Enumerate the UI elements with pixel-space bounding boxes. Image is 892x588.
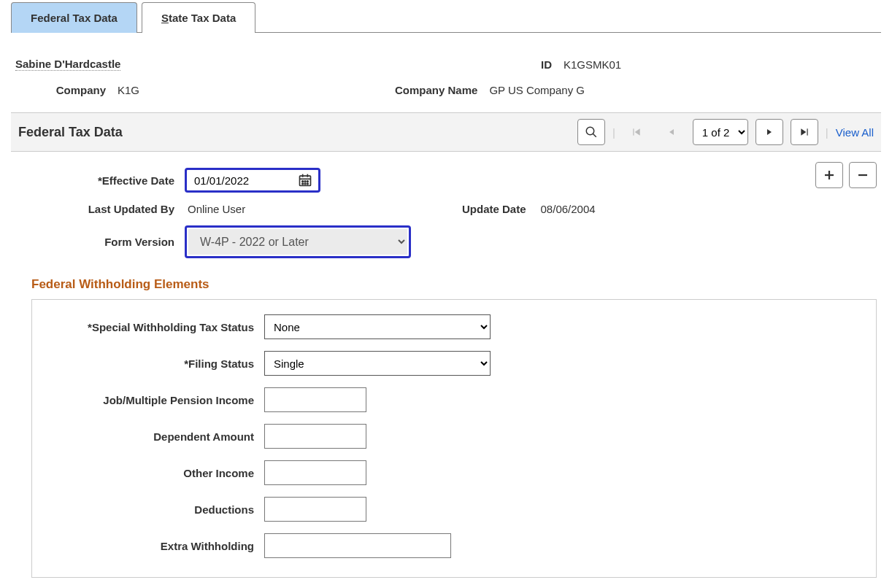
pager-select[interactable]: 1 of 2 [693, 119, 748, 145]
pager-last-button[interactable] [791, 119, 818, 145]
svg-point-0 [586, 127, 594, 135]
pager-prev-button[interactable] [658, 119, 685, 145]
add-row-button[interactable] [815, 162, 843, 188]
filing-status-label: Filing Status [48, 357, 264, 370]
dependent-amount-label: Dependent Amount [48, 430, 264, 443]
last-icon [799, 127, 810, 137]
extra-withholding-input[interactable] [264, 533, 451, 558]
dependent-amount-input[interactable] [264, 424, 366, 449]
filing-status-select[interactable]: Single [264, 351, 491, 376]
deductions-label: Deductions [48, 503, 264, 516]
svg-rect-2 [633, 128, 634, 135]
toolbar-divider: | [612, 126, 615, 139]
svg-point-16 [304, 181, 306, 182]
other-income-label: Other Income [48, 467, 264, 479]
tab-label-rest: tate Tax Data [169, 12, 236, 24]
effective-date-wrapper [185, 168, 320, 193]
toolbar-divider: | [826, 126, 828, 139]
svg-point-20 [307, 183, 309, 185]
prev-icon [667, 127, 676, 137]
tab-label: Federal Tax Data [31, 12, 118, 24]
search-icon [585, 125, 598, 139]
form-version-select[interactable]: W-4P - 2022 or Later [188, 229, 407, 255]
svg-marker-6 [801, 128, 806, 135]
company-name-label: Company Name [395, 84, 477, 96]
pager-first-button[interactable] [623, 119, 650, 145]
id-label: ID [541, 58, 552, 71]
extra-withholding-label: Extra Withholding [48, 540, 264, 552]
first-icon [631, 127, 642, 137]
group-title: Federal Withholding Elements [31, 277, 877, 292]
update-date-value: 08/06/2004 [538, 203, 596, 215]
tab-strip: Federal Tax Data State Tax Data [11, 1, 881, 33]
job-income-input[interactable] [264, 387, 366, 412]
other-income-input[interactable] [264, 460, 366, 485]
update-date-label: Update Date [462, 203, 526, 215]
special-status-select[interactable]: None [264, 314, 491, 339]
pager-next-button[interactable] [755, 119, 783, 145]
form-version-label: Form Version [15, 236, 185, 248]
company-name-value: GP US Company G [489, 84, 585, 96]
next-icon [765, 127, 774, 137]
tab-federal-tax-data[interactable]: Federal Tax Data [11, 2, 137, 33]
effective-date-input[interactable] [193, 174, 288, 187]
svg-line-1 [593, 134, 596, 137]
section-header: Federal Tax Data | 1 of 2 | View All [11, 112, 881, 152]
view-all-link[interactable]: View All [836, 126, 874, 139]
company-label: Company [15, 84, 106, 96]
minus-icon [856, 169, 869, 182]
svg-point-19 [304, 183, 306, 185]
federal-withholding-group: Special Withholding Tax Status None Fili… [31, 299, 877, 578]
svg-rect-7 [807, 128, 807, 135]
id-value: K1GSMK01 [564, 58, 621, 71]
calendar-icon [298, 173, 312, 187]
search-button[interactable] [577, 119, 605, 145]
deductions-input[interactable] [264, 497, 366, 522]
calendar-button[interactable] [298, 173, 312, 187]
svg-point-18 [302, 183, 304, 185]
svg-point-15 [302, 181, 304, 182]
tab-state-tax-data[interactable]: State Tax Data [142, 2, 255, 33]
svg-marker-4 [669, 129, 674, 135]
svg-point-17 [307, 181, 309, 182]
employee-name: Sabine D'Hardcastle [15, 58, 120, 71]
company-value: K1G [118, 84, 139, 96]
effective-date-label: Effective Date [15, 174, 185, 187]
svg-marker-3 [634, 128, 639, 135]
last-updated-by-label: Last Updated By [15, 203, 185, 215]
form-version-wrapper: W-4P - 2022 or Later [185, 225, 411, 258]
job-income-label: Job/Multiple Pension Income [48, 394, 264, 406]
tab-label-prefix: S [161, 12, 169, 24]
special-status-label: Special Withholding Tax Status [48, 321, 264, 333]
last-updated-by-value: Online User [185, 203, 462, 215]
svg-marker-5 [767, 129, 772, 135]
delete-row-button[interactable] [849, 162, 877, 188]
section-title: Federal Tax Data [18, 125, 123, 140]
plus-icon [823, 169, 836, 182]
